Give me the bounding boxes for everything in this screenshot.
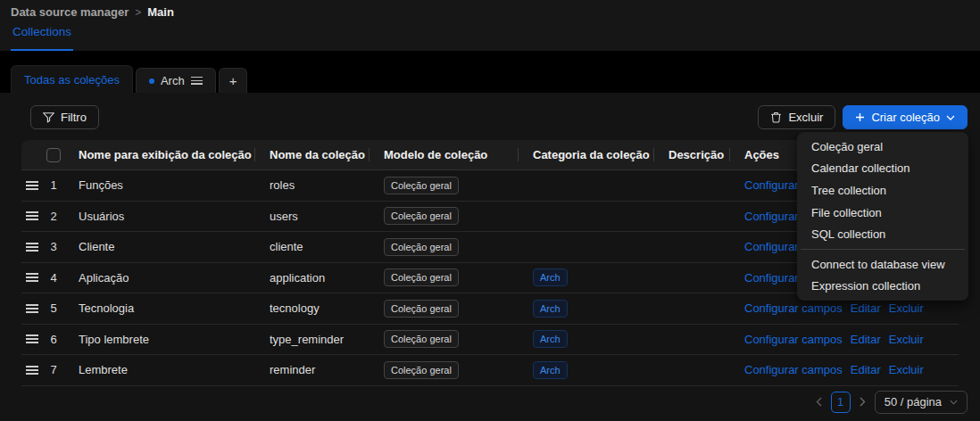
pagination-next-button[interactable] (860, 397, 866, 407)
tab-label: Todas as coleções (24, 73, 120, 87)
collection-tab-bar: Todas as coleções Arch + (0, 51, 980, 93)
model-tag: Coleção geral (384, 300, 459, 318)
edit-link[interactable]: Editar (851, 333, 881, 346)
filter-button[interactable]: Filtro (30, 105, 99, 129)
category-tag-arch: Arch (533, 268, 568, 286)
table-row: 7 Lembrete reminder Coleção geral Arch C… (21, 355, 959, 386)
row-index: 6 (43, 333, 64, 346)
page-size-selector[interactable]: 50 / página (875, 391, 968, 414)
model-tag: Coleção geral (384, 361, 459, 379)
model-tag: Coleção geral (384, 207, 459, 225)
collection-display-name: Tecnologia (64, 301, 255, 315)
collection-name: roles (255, 178, 370, 192)
drag-handle-icon[interactable] (21, 273, 43, 282)
row-index: 7 (43, 363, 64, 376)
filter-icon (43, 112, 54, 123)
breadcrumb-current-main: Main (147, 5, 174, 19)
column-header-display-name: Nome para exibição da coleção (64, 148, 255, 161)
collection-display-name: Tipo lembrete (64, 333, 255, 346)
menu-item-file-collection[interactable]: File collection (801, 202, 965, 224)
breadcrumb-separator: > (135, 6, 141, 19)
menu-item-sql-collection[interactable]: SQL collection (801, 223, 965, 245)
collection-name: tecnology (255, 301, 370, 315)
collection-display-name: Funções (64, 178, 255, 192)
pagination-prev-button[interactable] (816, 397, 822, 407)
row-actions: Configurar campos Editar Excluir (730, 363, 959, 376)
row-index: 3 (43, 240, 64, 253)
collection-display-name: Cliente (64, 240, 255, 253)
breadcrumb-data-source-manager[interactable]: Data source manager (11, 5, 129, 19)
collection-name: cliente (255, 240, 370, 253)
create-collection-label: Criar coleção (871, 111, 940, 124)
column-header-name: Nome da coleção (255, 148, 370, 161)
menu-item-tree-collection[interactable]: Tree collection (801, 179, 965, 202)
category-color-dot (149, 78, 154, 84)
pagination-page-button[interactable]: 1 (831, 392, 851, 413)
toolbar-right-group: Excluir Criar coleção (758, 105, 968, 129)
add-tab-button[interactable]: + (219, 68, 248, 93)
table-row: 6 Tipo lembrete type_reminder Coleção ge… (21, 325, 959, 356)
model-tag: Coleção geral (384, 330, 459, 348)
drag-handle-icon[interactable] (21, 304, 43, 313)
collection-name: application (255, 271, 370, 285)
drag-handle-icon[interactable] (21, 211, 43, 220)
collection-display-name: Usuários (64, 210, 255, 223)
chevron-down-icon (946, 115, 955, 120)
category-tag-arch: Arch (533, 300, 568, 318)
row-index: 5 (43, 301, 64, 315)
delete-button[interactable]: Excluir (758, 105, 835, 129)
row-actions: Configurar campos Editar Excluir (730, 301, 959, 315)
data-source-manager-page: Data source manager > Main Collections T… (0, 0, 980, 421)
drag-handle-icon[interactable] (21, 243, 43, 252)
model-tag: Coleção geral (384, 268, 459, 286)
menu-item-calendar-collection[interactable]: Calendar collection (801, 158, 965, 180)
configure-fields-link[interactable]: Configurar campos (744, 301, 843, 315)
row-actions: Configurar campos Editar Excluir (730, 333, 959, 346)
category-tag-arch: Arch (533, 361, 568, 379)
collection-display-name: Lembrete (64, 363, 255, 376)
drag-handle-icon[interactable] (21, 334, 43, 343)
create-collection-button[interactable]: Criar coleção (843, 105, 968, 129)
delete-link[interactable]: Excluir (889, 333, 924, 346)
edit-link[interactable]: Editar (851, 301, 881, 315)
column-header-model: Modelo de coleção (370, 148, 519, 161)
tab-label: Arch (161, 74, 185, 87)
row-index: 1 (43, 178, 64, 192)
chevron-down-icon (950, 400, 958, 405)
column-header-description: Descrição (654, 148, 730, 161)
tab-menu-icon[interactable] (191, 77, 203, 85)
select-all-checkbox[interactable] (46, 148, 61, 162)
collection-name: type_reminder (255, 333, 370, 346)
create-collection-dropdown: Coleção geral Calendar collection Tree c… (797, 132, 968, 301)
plus-icon: + (229, 73, 237, 88)
model-tag: Coleção geral (384, 238, 459, 256)
tab-todas-as-colecoes[interactable]: Todas as coleções (11, 65, 133, 93)
column-header-category: Categoria da coleção (519, 148, 654, 161)
pagination: 1 50 / página (21, 391, 968, 414)
menu-item-connect-database-view[interactable]: Connect to database view (801, 253, 965, 276)
breadcrumb: Data source manager > Main (11, 5, 174, 19)
menu-divider (801, 249, 965, 250)
row-index: 4 (43, 271, 64, 285)
model-tag: Coleção geral (384, 177, 459, 194)
delete-link[interactable]: Excluir (889, 301, 924, 315)
drag-handle-icon[interactable] (21, 181, 43, 190)
collection-display-name: Aplicação (64, 271, 255, 285)
collection-name: reminder (255, 363, 370, 376)
delete-link[interactable]: Excluir (889, 363, 924, 376)
configure-fields-link[interactable]: Configurar campos (744, 363, 843, 376)
menu-item-colecao-geral[interactable]: Coleção geral (801, 136, 965, 158)
tab-collections[interactable]: Collections (11, 25, 73, 51)
drag-handle-icon[interactable] (21, 366, 43, 375)
configure-fields-link[interactable]: Configurar campos (744, 333, 843, 346)
row-index: 2 (43, 210, 64, 223)
collection-name: users (255, 210, 370, 223)
menu-item-expression-collection[interactable]: Expression collection (801, 276, 965, 298)
edit-link[interactable]: Editar (851, 363, 881, 376)
filter-button-label: Filtro (61, 111, 87, 124)
page-size-label: 50 / página (884, 395, 942, 409)
page-header: Data source manager > Main Collections (0, 0, 980, 51)
tab-arch[interactable]: Arch (136, 68, 216, 93)
toolbar: Filtro Excluir Criar coleção (30, 105, 968, 129)
category-tag-arch: Arch (533, 330, 568, 348)
